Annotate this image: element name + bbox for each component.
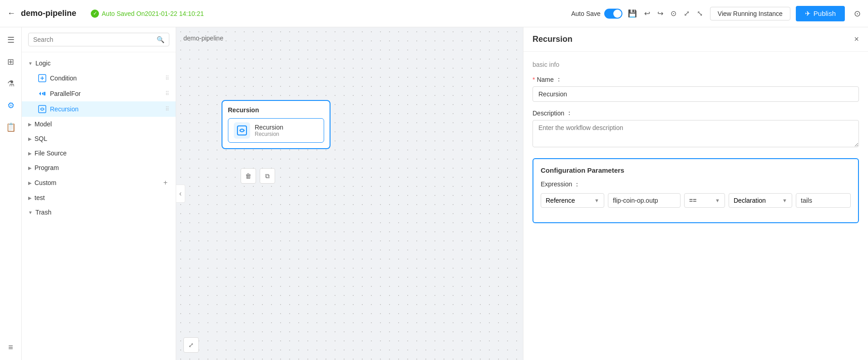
side-icon-bar: ☰ ⊞ ⚗ ⚙ 📋 ≡: [0, 27, 22, 360]
right-panel-title: Recursion: [533, 35, 572, 44]
declaration-chevron: ▼: [782, 198, 787, 203]
basic-info-label: basic info: [533, 61, 859, 68]
declaration-value: Declaration: [734, 197, 766, 204]
auto-saved-status: Auto Saved On2021-01-22 14:10:21: [91, 10, 204, 18]
expression-label: Expression ：: [541, 180, 851, 189]
expression-label-text: Expression: [541, 180, 572, 188]
desc-textarea[interactable]: [533, 120, 859, 147]
logic-group: ▼ Logic Condition ⠿: [22, 56, 176, 117]
tree-item-parallelfor[interactable]: ParallelFor ⠿: [22, 86, 176, 101]
redo-btn[interactable]: ↪: [656, 7, 665, 20]
publish-icon: ✈: [805, 10, 811, 18]
publish-label: Publish: [814, 10, 836, 17]
filesource-arrow: ▶: [28, 151, 32, 156]
test-label: test: [35, 194, 45, 201]
test-group-header[interactable]: ▶ test: [22, 190, 176, 205]
back-button[interactable]: ←: [7, 9, 15, 18]
config-section-title: Configuration Parameters: [541, 166, 851, 174]
custom-add-btn[interactable]: +: [162, 179, 169, 187]
search-input-wrap: 🔍: [28, 33, 169, 46]
auto-saved-text: Auto Saved On2021-01-22 14:10:21: [102, 10, 204, 17]
logic-group-header[interactable]: ▼ Logic: [22, 56, 176, 70]
name-label-text: Name: [537, 76, 553, 83]
parallelfor-label: ParallelFor: [50, 90, 81, 97]
side-icon-settings[interactable]: ⚙: [4, 98, 18, 113]
main-content: ☰ ⊞ ⚗ ⚙ 📋 ≡ 🔍 ▼ Logic: [0, 27, 868, 360]
canvas-actions: 🗑 ⧉: [241, 168, 275, 184]
canvas-label: demo-pipeline: [183, 35, 223, 42]
reference-select[interactable]: Reference ▼: [541, 193, 604, 208]
right-panel-header: Recursion ×: [523, 27, 868, 52]
program-label: Program: [35, 164, 59, 171]
declaration-value-input[interactable]: [796, 193, 851, 208]
reference-chevron: ▼: [594, 198, 599, 203]
model-group-header[interactable]: ▶ Model: [22, 117, 176, 131]
tree-item-condition[interactable]: Condition ⠿: [22, 70, 176, 86]
canvas-node-recursion[interactable]: Recursion Recursion Recursion: [222, 100, 330, 149]
condition-icon: [38, 74, 46, 82]
logic-arrow: ▼: [28, 61, 33, 66]
close-panel-btn[interactable]: ×: [854, 35, 859, 44]
parallelfor-drag-icon: ⠿: [165, 90, 169, 97]
logic-label: Logic: [35, 60, 50, 67]
name-row: * Name ：: [533, 75, 859, 102]
desc-label-text: Description: [533, 110, 564, 117]
publish-button[interactable]: ✈ Publish: [796, 6, 845, 21]
topbar: ← demo-pipeline Auto Saved On2021-01-22 …: [0, 0, 868, 27]
search-icon: 🔍: [157, 36, 164, 43]
run-btn[interactable]: ⊙: [669, 7, 678, 20]
expression-row-label: Expression ： Reference ▼ == ▼: [541, 180, 851, 208]
canvas-delete-btn[interactable]: 🗑: [241, 168, 256, 184]
operator-chevron: ▼: [715, 198, 720, 203]
name-input[interactable]: [533, 86, 859, 102]
pipeline-title: demo-pipeline: [21, 9, 76, 18]
operator-select[interactable]: == ▼: [684, 193, 725, 208]
canvas-area[interactable]: demo-pipeline Recursion Recursion Recurs…: [176, 27, 523, 360]
canvas-copy-btn[interactable]: ⧉: [260, 168, 275, 184]
side-icon-docs[interactable]: 📋: [4, 120, 18, 135]
canvas-node-title: Recursion: [228, 106, 324, 114]
custom-label: Custom: [35, 179, 56, 186]
side-icon-list[interactable]: ≡: [4, 340, 18, 355]
view-running-button[interactable]: View Running Instance: [710, 7, 790, 20]
search-box: 🔍: [22, 27, 176, 52]
trash-label: Trash: [35, 209, 51, 216]
node-name: Recursion: [255, 124, 283, 131]
name-label: * Name ：: [533, 75, 859, 84]
declaration-select[interactable]: Declaration ▼: [729, 193, 792, 208]
collapse-panel-btn[interactable]: ‹: [176, 185, 185, 203]
expression-row: Reference ▼ == ▼ Declaration ▼: [541, 193, 851, 208]
model-arrow: ▶: [28, 122, 32, 127]
auto-save-toggle[interactable]: [604, 9, 622, 19]
export2-btn[interactable]: ⤡: [695, 7, 705, 20]
node-type: Recursion: [255, 131, 283, 137]
recursion-drag-icon: ⠿: [165, 106, 169, 112]
config-section: Configuration Parameters Expression ： Re…: [533, 158, 859, 223]
side-icon-menu[interactable]: ☰: [4, 33, 18, 47]
tree-item-recursion[interactable]: Recursion ⠿: [22, 101, 176, 117]
trash-group-header[interactable]: ▼ Trash: [22, 205, 176, 220]
auto-save-label: Auto Save: [571, 10, 601, 17]
toolbar: Auto Save 💾 ↩ ↪ ⊙ ⤢ ⤡: [571, 7, 705, 20]
name-required: *: [533, 76, 535, 83]
filesource-group-header[interactable]: ▶ File Source: [22, 146, 176, 160]
settings-icon[interactable]: ⊙: [854, 9, 861, 19]
export1-btn[interactable]: ⤢: [682, 7, 691, 20]
undo-btn[interactable]: ↩: [642, 7, 652, 20]
sql-group-header[interactable]: ▶ SQL: [22, 131, 176, 146]
save-btn[interactable]: 💾: [626, 7, 639, 20]
zoom-fit-btn[interactable]: ⤢: [183, 337, 199, 353]
sql-arrow: ▶: [28, 136, 32, 141]
program-group-header[interactable]: ▶ Program: [22, 160, 176, 175]
search-input[interactable]: [33, 36, 154, 43]
side-icon-flask[interactable]: ⚗: [4, 76, 18, 91]
side-icon-grid[interactable]: ⊞: [4, 55, 18, 69]
svg-rect-5: [237, 126, 247, 135]
operator-value: ==: [689, 197, 696, 204]
component-panel: 🔍 ▼ Logic Condition ⠿: [22, 27, 176, 360]
custom-group-header[interactable]: ▶ Custom +: [22, 175, 176, 190]
test-arrow: ▶: [28, 195, 32, 200]
reference-input[interactable]: [608, 193, 681, 208]
auto-saved-icon: [91, 10, 99, 18]
node-recursion-icon: [234, 122, 250, 139]
